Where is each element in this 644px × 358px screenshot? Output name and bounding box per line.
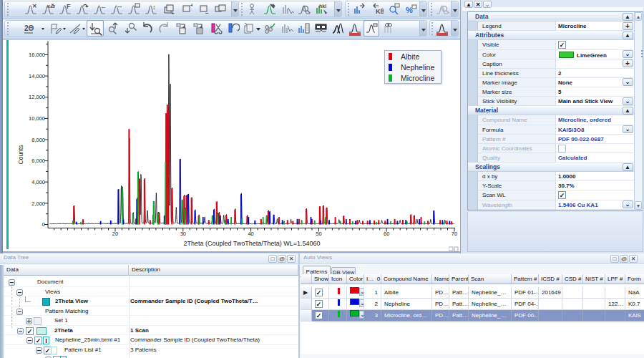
svg-text:60: 60: [384, 231, 389, 237]
svg-text:50: 50: [316, 231, 321, 237]
svg-text:6,000: 6,000: [31, 158, 45, 164]
svg-text:↷: ↷: [83, 3, 89, 10]
svg-text:30: 30: [180, 231, 186, 237]
svg-text:−: −: [205, 10, 209, 16]
svg-text:F: F: [67, 3, 71, 10]
svg-text:12,000: 12,000: [29, 94, 45, 100]
svg-text:10,000: 10,000: [29, 115, 45, 122]
svg-text:2Theta (Coupled TwoTheta/Theta: 2Theta (Coupled TwoTheta/Theta) WL=1.540…: [183, 240, 320, 247]
svg-text:↕: ↕: [152, 4, 156, 11]
svg-text:20: 20: [112, 231, 118, 237]
svg-text:2Θ: 2Θ: [24, 24, 34, 32]
svg-text:70: 70: [452, 231, 457, 237]
svg-text:+: +: [171, 10, 175, 16]
svg-text:←: ←: [100, 3, 107, 10]
svg-text:✕: ✕: [51, 3, 54, 7]
svg-text:16,000: 16,000: [29, 52, 45, 58]
svg-text:14,000: 14,000: [29, 73, 45, 79]
svg-text:2,000: 2,000: [31, 200, 45, 207]
svg-text:hkl: hkl: [319, 4, 326, 9]
svg-text:4,000: 4,000: [31, 179, 45, 185]
svg-text:8,000: 8,000: [31, 137, 45, 143]
svg-text:40: 40: [248, 231, 253, 237]
svg-text:↔: ↔: [117, 2, 123, 9]
svg-text:Kß: Kß: [376, 8, 384, 15]
svg-text:+: +: [190, 2, 192, 9]
svg-text:✕: ✕: [32, 3, 37, 9]
svg-text:Counts: Counts: [17, 145, 24, 165]
svg-text:0: 0: [42, 221, 45, 228]
